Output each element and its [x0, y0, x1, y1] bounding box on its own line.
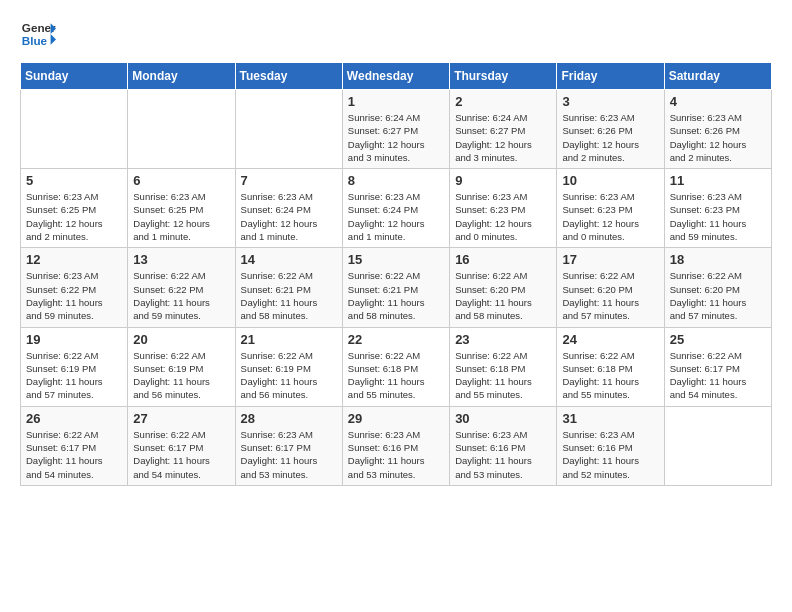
day-info: Sunrise: 6:22 AM Sunset: 6:18 PM Dayligh…: [562, 349, 658, 402]
day-number: 15: [348, 252, 444, 267]
calendar-cell: [128, 90, 235, 169]
generalblue-logo-icon: General Blue: [20, 16, 56, 52]
weekday-header-monday: Monday: [128, 63, 235, 90]
day-number: 11: [670, 173, 766, 188]
day-number: 20: [133, 332, 229, 347]
day-info: Sunrise: 6:23 AM Sunset: 6:16 PM Dayligh…: [455, 428, 551, 481]
day-number: 5: [26, 173, 122, 188]
calendar-cell: 8Sunrise: 6:23 AM Sunset: 6:24 PM Daylig…: [342, 169, 449, 248]
day-number: 16: [455, 252, 551, 267]
calendar-cell: 10Sunrise: 6:23 AM Sunset: 6:23 PM Dayli…: [557, 169, 664, 248]
day-info: Sunrise: 6:23 AM Sunset: 6:23 PM Dayligh…: [670, 190, 766, 243]
svg-text:Blue: Blue: [22, 34, 48, 47]
calendar-table: SundayMondayTuesdayWednesdayThursdayFrid…: [20, 62, 772, 486]
day-info: Sunrise: 6:23 AM Sunset: 6:26 PM Dayligh…: [562, 111, 658, 164]
day-info: Sunrise: 6:23 AM Sunset: 6:23 PM Dayligh…: [455, 190, 551, 243]
day-number: 12: [26, 252, 122, 267]
week-row-2: 5Sunrise: 6:23 AM Sunset: 6:25 PM Daylig…: [21, 169, 772, 248]
day-number: 23: [455, 332, 551, 347]
weekday-header-saturday: Saturday: [664, 63, 771, 90]
day-info: Sunrise: 6:23 AM Sunset: 6:25 PM Dayligh…: [26, 190, 122, 243]
day-info: Sunrise: 6:23 AM Sunset: 6:24 PM Dayligh…: [241, 190, 337, 243]
calendar-cell: [235, 90, 342, 169]
calendar-cell: 2Sunrise: 6:24 AM Sunset: 6:27 PM Daylig…: [450, 90, 557, 169]
day-info: Sunrise: 6:22 AM Sunset: 6:21 PM Dayligh…: [241, 269, 337, 322]
weekday-header-sunday: Sunday: [21, 63, 128, 90]
day-number: 31: [562, 411, 658, 426]
day-number: 3: [562, 94, 658, 109]
day-number: 10: [562, 173, 658, 188]
header: General Blue: [20, 16, 772, 52]
day-number: 29: [348, 411, 444, 426]
day-info: Sunrise: 6:23 AM Sunset: 6:23 PM Dayligh…: [562, 190, 658, 243]
calendar-cell: 23Sunrise: 6:22 AM Sunset: 6:18 PM Dayli…: [450, 327, 557, 406]
day-info: Sunrise: 6:24 AM Sunset: 6:27 PM Dayligh…: [455, 111, 551, 164]
calendar-cell: 24Sunrise: 6:22 AM Sunset: 6:18 PM Dayli…: [557, 327, 664, 406]
calendar-cell: 9Sunrise: 6:23 AM Sunset: 6:23 PM Daylig…: [450, 169, 557, 248]
day-number: 2: [455, 94, 551, 109]
day-info: Sunrise: 6:22 AM Sunset: 6:17 PM Dayligh…: [670, 349, 766, 402]
calendar-cell: [664, 406, 771, 485]
day-number: 7: [241, 173, 337, 188]
weekday-header-wednesday: Wednesday: [342, 63, 449, 90]
weekday-header-row: SundayMondayTuesdayWednesdayThursdayFrid…: [21, 63, 772, 90]
day-info: Sunrise: 6:22 AM Sunset: 6:17 PM Dayligh…: [26, 428, 122, 481]
calendar-cell: 27Sunrise: 6:22 AM Sunset: 6:17 PM Dayli…: [128, 406, 235, 485]
day-number: 6: [133, 173, 229, 188]
day-number: 30: [455, 411, 551, 426]
day-number: 28: [241, 411, 337, 426]
day-info: Sunrise: 6:23 AM Sunset: 6:16 PM Dayligh…: [348, 428, 444, 481]
day-info: Sunrise: 6:23 AM Sunset: 6:22 PM Dayligh…: [26, 269, 122, 322]
day-info: Sunrise: 6:22 AM Sunset: 6:22 PM Dayligh…: [133, 269, 229, 322]
day-info: Sunrise: 6:22 AM Sunset: 6:20 PM Dayligh…: [562, 269, 658, 322]
calendar-cell: 21Sunrise: 6:22 AM Sunset: 6:19 PM Dayli…: [235, 327, 342, 406]
day-info: Sunrise: 6:22 AM Sunset: 6:17 PM Dayligh…: [133, 428, 229, 481]
calendar-cell: 20Sunrise: 6:22 AM Sunset: 6:19 PM Dayli…: [128, 327, 235, 406]
day-number: 1: [348, 94, 444, 109]
weekday-header-tuesday: Tuesday: [235, 63, 342, 90]
day-info: Sunrise: 6:23 AM Sunset: 6:24 PM Dayligh…: [348, 190, 444, 243]
calendar-cell: 13Sunrise: 6:22 AM Sunset: 6:22 PM Dayli…: [128, 248, 235, 327]
day-info: Sunrise: 6:22 AM Sunset: 6:20 PM Dayligh…: [670, 269, 766, 322]
calendar-cell: 17Sunrise: 6:22 AM Sunset: 6:20 PM Dayli…: [557, 248, 664, 327]
day-number: 24: [562, 332, 658, 347]
week-row-1: 1Sunrise: 6:24 AM Sunset: 6:27 PM Daylig…: [21, 90, 772, 169]
weekday-header-thursday: Thursday: [450, 63, 557, 90]
calendar-cell: 30Sunrise: 6:23 AM Sunset: 6:16 PM Dayli…: [450, 406, 557, 485]
calendar-cell: 22Sunrise: 6:22 AM Sunset: 6:18 PM Dayli…: [342, 327, 449, 406]
day-info: Sunrise: 6:22 AM Sunset: 6:18 PM Dayligh…: [348, 349, 444, 402]
calendar-cell: 6Sunrise: 6:23 AM Sunset: 6:25 PM Daylig…: [128, 169, 235, 248]
day-number: 19: [26, 332, 122, 347]
calendar-cell: 28Sunrise: 6:23 AM Sunset: 6:17 PM Dayli…: [235, 406, 342, 485]
day-number: 8: [348, 173, 444, 188]
calendar-cell: 7Sunrise: 6:23 AM Sunset: 6:24 PM Daylig…: [235, 169, 342, 248]
week-row-3: 12Sunrise: 6:23 AM Sunset: 6:22 PM Dayli…: [21, 248, 772, 327]
day-number: 14: [241, 252, 337, 267]
day-info: Sunrise: 6:22 AM Sunset: 6:18 PM Dayligh…: [455, 349, 551, 402]
day-number: 26: [26, 411, 122, 426]
calendar-cell: 18Sunrise: 6:22 AM Sunset: 6:20 PM Dayli…: [664, 248, 771, 327]
calendar-cell: 3Sunrise: 6:23 AM Sunset: 6:26 PM Daylig…: [557, 90, 664, 169]
calendar-cell: 26Sunrise: 6:22 AM Sunset: 6:17 PM Dayli…: [21, 406, 128, 485]
day-number: 25: [670, 332, 766, 347]
week-row-5: 26Sunrise: 6:22 AM Sunset: 6:17 PM Dayli…: [21, 406, 772, 485]
weekday-header-friday: Friday: [557, 63, 664, 90]
day-info: Sunrise: 6:24 AM Sunset: 6:27 PM Dayligh…: [348, 111, 444, 164]
day-info: Sunrise: 6:22 AM Sunset: 6:20 PM Dayligh…: [455, 269, 551, 322]
calendar-cell: 31Sunrise: 6:23 AM Sunset: 6:16 PM Dayli…: [557, 406, 664, 485]
calendar-cell: 19Sunrise: 6:22 AM Sunset: 6:19 PM Dayli…: [21, 327, 128, 406]
calendar-cell: 4Sunrise: 6:23 AM Sunset: 6:26 PM Daylig…: [664, 90, 771, 169]
day-info: Sunrise: 6:22 AM Sunset: 6:21 PM Dayligh…: [348, 269, 444, 322]
calendar-cell: 11Sunrise: 6:23 AM Sunset: 6:23 PM Dayli…: [664, 169, 771, 248]
week-row-4: 19Sunrise: 6:22 AM Sunset: 6:19 PM Dayli…: [21, 327, 772, 406]
day-number: 18: [670, 252, 766, 267]
day-info: Sunrise: 6:22 AM Sunset: 6:19 PM Dayligh…: [241, 349, 337, 402]
day-number: 13: [133, 252, 229, 267]
calendar-cell: 5Sunrise: 6:23 AM Sunset: 6:25 PM Daylig…: [21, 169, 128, 248]
calendar-cell: 14Sunrise: 6:22 AM Sunset: 6:21 PM Dayli…: [235, 248, 342, 327]
calendar-cell: 29Sunrise: 6:23 AM Sunset: 6:16 PM Dayli…: [342, 406, 449, 485]
calendar-cell: 25Sunrise: 6:22 AM Sunset: 6:17 PM Dayli…: [664, 327, 771, 406]
logo: General Blue: [20, 16, 58, 52]
day-info: Sunrise: 6:22 AM Sunset: 6:19 PM Dayligh…: [26, 349, 122, 402]
day-number: 9: [455, 173, 551, 188]
